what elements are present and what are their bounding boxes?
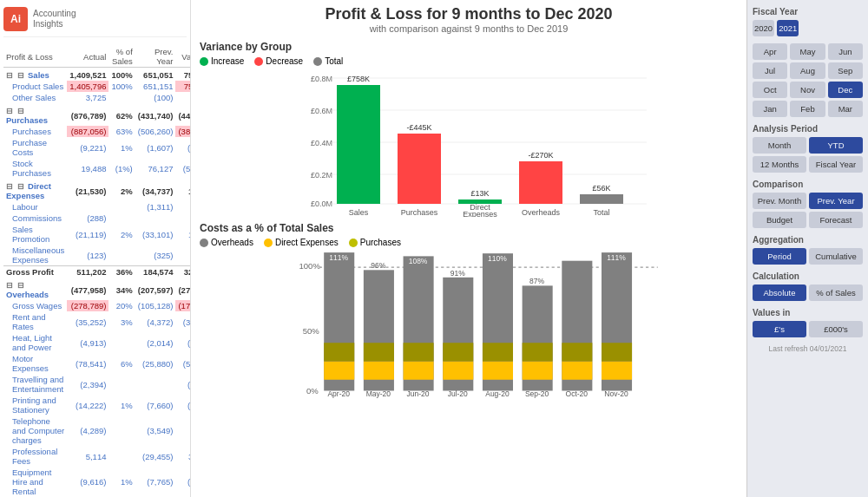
pl-row-label: Labour <box>3 201 67 213</box>
month-aug[interactable]: Aug <box>790 62 825 79</box>
month-jun[interactable]: Jun <box>828 43 863 60</box>
compare-prev-year[interactable]: Prev. Year <box>809 193 863 209</box>
col-header-var: Variance <box>175 46 191 68</box>
overheads-label: Overheads <box>211 238 253 247</box>
agg-cumulative[interactable]: Cumulative <box>809 248 863 265</box>
month-feb[interactable]: Feb <box>790 101 825 117</box>
svg-text:96%: 96% <box>371 261 385 270</box>
costs-bar-aug-purch <box>483 343 513 361</box>
pl-row-cell: 202 <box>175 245 191 266</box>
pl-row-cell: (740) <box>175 415 191 446</box>
pl-row-cell <box>108 415 135 446</box>
month-sep[interactable]: Sep <box>828 62 863 79</box>
compare-prev-month[interactable]: Prev. Month <box>753 193 806 209</box>
pl-row-label: Gross Profit <box>3 266 67 278</box>
val-thousands[interactable]: £000's <box>809 321 863 337</box>
pl-row-cell: (21,530) <box>67 179 108 201</box>
pl-row-cell: (325) <box>135 245 176 266</box>
variance-chart-title: Variance by Group <box>200 41 738 53</box>
compare-forecast[interactable]: Forecast <box>809 212 863 228</box>
month-nov[interactable]: Nov <box>790 82 825 98</box>
svg-text:Apr-20: Apr-20 <box>327 389 350 398</box>
pl-row-cell: 20% <box>108 300 135 311</box>
pl-row-cell: (1,311) <box>135 201 176 213</box>
pl-row-cell: 754,645 <box>175 81 191 92</box>
costs-bar-oct-purch <box>562 343 592 361</box>
decrease-label: Decrease <box>266 56 303 66</box>
pl-row-cell: (3,549) <box>135 415 176 446</box>
costs-legend: Overheads Direct Expenses Purchases <box>200 238 738 247</box>
fiscal-2021-button[interactable]: 2021 <box>777 20 799 36</box>
period-fiscalyear[interactable]: Fiscal Year <box>809 156 863 173</box>
pl-row-cell: (52,662) <box>175 353 191 374</box>
values-in-title: Values in <box>753 308 863 317</box>
calculation-buttons: Absolute % of Sales <box>753 284 863 301</box>
pl-row-cell: (30,880) <box>175 311 191 332</box>
pl-row-cell: (445,049) <box>175 103 191 126</box>
compare-budget[interactable]: Budget <box>753 212 806 228</box>
pl-row-cell <box>135 213 176 224</box>
pl-row-label: Telephone and Computer charges <box>3 415 67 446</box>
month-may[interactable]: May <box>790 43 825 60</box>
pl-row-cell: 3% <box>108 311 135 332</box>
calc-pct-sales[interactable]: % of Sales <box>809 284 863 301</box>
val-pounds[interactable]: £'s <box>753 321 806 337</box>
variance-legend: Increase Decrease Total <box>200 56 738 66</box>
fiscal-year-section: Fiscal Year 2020 2021 <box>753 7 863 36</box>
pl-row-cell: 11,982 <box>175 224 191 245</box>
pl-row-cell: 1,311 <box>175 201 191 213</box>
month-oct[interactable]: Oct <box>753 82 787 98</box>
calc-absolute[interactable]: Absolute <box>753 284 806 301</box>
pl-row-cell <box>108 446 135 467</box>
svg-text:87%: 87% <box>529 277 544 285</box>
pl-row-cell: (207,597) <box>135 278 176 300</box>
aggregation-buttons: Period Cumulative <box>753 248 863 265</box>
right-panel: Fiscal Year 2020 2021 Apr May Jun Jul Au… <box>746 0 868 497</box>
pl-row-label: ⊟ ⊟ Overheads <box>3 278 67 300</box>
col-header-actual: Actual <box>67 46 108 68</box>
svg-text:£0.8M: £0.8M <box>311 75 332 83</box>
svg-text:£0.4M: £0.4M <box>311 139 332 147</box>
pl-row-cell: (78,541) <box>67 353 108 374</box>
col-header-pct: % of Sales <box>108 46 135 68</box>
pl-row-cell: (431,740) <box>135 103 176 126</box>
costs-chart-section: Costs as a % of Total Sales Overheads Di… <box>200 222 738 398</box>
pl-row-label: Rent and Rates <box>3 311 67 332</box>
month-jul[interactable]: Jul <box>753 62 787 79</box>
pl-row-cell: (288) <box>67 213 108 224</box>
values-in-section: Values in £'s £000's <box>753 308 863 337</box>
fiscal-2020-button[interactable]: 2020 <box>753 20 774 36</box>
month-dec[interactable]: Dec <box>828 82 863 98</box>
col-header-label: Profit & Loss <box>3 46 67 68</box>
period-month[interactable]: Month <box>753 137 806 154</box>
legend-purchases-cost: Purchases <box>349 238 401 247</box>
pl-row-cell: (56,638) <box>175 158 191 179</box>
bar-overheads <box>519 161 562 204</box>
direct-exp-dot <box>264 239 273 247</box>
purchases-cost-dot <box>349 239 358 247</box>
month-buttons: Apr May Jun Jul Aug Sep Oct Nov Dec Jan … <box>753 43 863 117</box>
agg-period[interactable]: Period <box>753 248 806 265</box>
comparison-section: Comparison Prev. Month Prev. Year Budget… <box>753 180 863 228</box>
svg-text:Overheads: Overheads <box>522 208 561 217</box>
pl-row-cell: (173,661) <box>175 300 191 311</box>
center-panel: Profit & Loss for 9 months to Dec 2020 w… <box>191 0 746 497</box>
pl-row-cell: (105,128) <box>135 300 176 311</box>
period-12months[interactable]: 12 Months <box>753 156 806 173</box>
costs-bar-may-direct <box>364 362 394 380</box>
pl-row-cell: (123) <box>67 245 108 266</box>
month-apr[interactable]: Apr <box>753 43 787 60</box>
pl-row-cell: (4,913) <box>67 332 108 353</box>
costs-bar-jul-direct <box>443 362 473 380</box>
costs-chart: 100% 50% 0% 111% 96% 1 <box>200 251 738 398</box>
svg-text:102%: 102% <box>567 252 586 261</box>
period-ytd[interactable]: YTD <box>809 137 863 154</box>
month-section: Apr May Jun Jul Aug Sep Oct Nov Dec Jan … <box>753 43 863 117</box>
month-jan[interactable]: Jan <box>753 101 787 117</box>
pl-row-cell: (1,851) <box>175 467 191 497</box>
svg-text:108%: 108% <box>409 257 428 265</box>
pl-row-cell: (6,562) <box>175 395 191 415</box>
calculation-section: Calculation Absolute % of Sales <box>753 271 863 301</box>
pl-row-cell: (33,101) <box>135 224 176 245</box>
month-mar[interactable]: Mar <box>828 101 863 117</box>
